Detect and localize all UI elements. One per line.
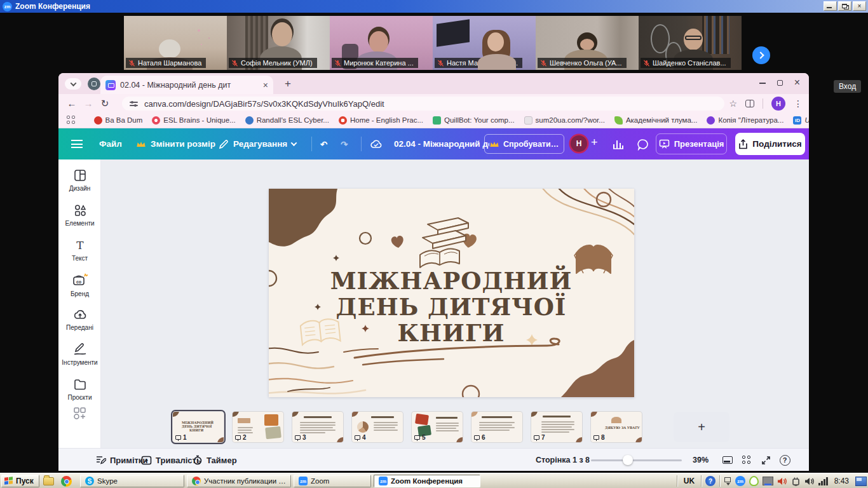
notes-button[interactable]: Примітки (95, 449, 147, 471)
try-pro-button[interactable]: Спробувати Pro п... (484, 134, 564, 154)
browser-menu-icon[interactable]: ⋮ (794, 98, 803, 109)
browser-close-button[interactable]: × (794, 77, 800, 88)
sidebar-item-projects[interactable]: Проєкти (58, 377, 101, 409)
video-tile[interactable]: Шевченко Ольга (УА... (536, 16, 639, 70)
reload-button[interactable]: ↻ (97, 98, 113, 109)
browser-minimize-button[interactable] (759, 78, 766, 88)
slide-title-line1[interactable]: МІЖНАРОДНИЙ (330, 265, 573, 295)
editing-mode-button[interactable]: Редагування (219, 128, 296, 159)
tab-search-button[interactable] (65, 78, 81, 90)
apps-grid-icon[interactable] (67, 116, 75, 125)
tray-help-icon[interactable]: ? (705, 476, 715, 486)
tray-green-app-icon[interactable] (749, 476, 759, 486)
next-participants-button[interactable] (752, 46, 770, 64)
insights-chart-button[interactable] (609, 135, 628, 154)
slide-thumbnail-8[interactable]: ДЯКУЮ ЗА УВАГУ 8 (591, 412, 642, 442)
sidebar-item-uploads[interactable]: Передані (58, 308, 101, 339)
video-tile-active-speaker[interactable]: Настя Мариненко (У... (433, 16, 536, 70)
bookmark-item[interactable]: ESL Brains - Unique... (152, 116, 235, 125)
sidebar-item-text[interactable]: T Текст (58, 238, 101, 270)
tray-power-plug-icon[interactable] (791, 477, 801, 486)
zoom-login-label[interactable]: Вход (834, 80, 861, 93)
file-menu-button[interactable]: Файл (99, 128, 122, 159)
restore-button[interactable] (838, 1, 851, 11)
side-panel-icon[interactable] (745, 100, 754, 107)
tray-expander-icon[interactable] (724, 477, 731, 485)
address-bar[interactable]: canva.com/design/DAGjaBir57s/Sv0x3KQKdSd… (122, 97, 724, 111)
timer-button[interactable]: Таймер (193, 449, 237, 471)
fullscreen-button[interactable] (759, 454, 773, 466)
quick-launch-folder[interactable] (43, 475, 55, 487)
video-tile[interactable]: Миронюк Катерина ... (330, 16, 433, 70)
slide-thumbnail-7[interactable]: 7 (531, 412, 582, 442)
share-button[interactable]: Поділитися (735, 133, 805, 155)
tab-group-icon[interactable] (88, 78, 100, 90)
canva-account-avatar[interactable]: Н (571, 135, 587, 152)
quick-launch-chrome[interactable] (61, 475, 72, 487)
resize-button[interactable]: Змінити розмір (136, 128, 215, 159)
browser-profile-avatar[interactable]: H (771, 97, 785, 111)
tray-network-signal-icon[interactable] (818, 477, 828, 485)
sidebar-apps-button[interactable] (72, 406, 86, 423)
slide-title-line3[interactable]: КНИГИ (397, 319, 505, 347)
video-tile[interactable]: Шайденко Станіслав... (639, 16, 742, 70)
slide-thumbnail-4[interactable]: 4 (352, 412, 403, 442)
zoom-level[interactable]: 39% (693, 449, 709, 471)
new-tab-button[interactable]: + (281, 77, 295, 91)
document-title[interactable]: 02.04 - Міжнародний де... (394, 128, 489, 159)
slide-thumbnail-3[interactable]: 3 (292, 412, 343, 442)
comments-button[interactable] (634, 135, 653, 154)
bookmark-item[interactable]: Академічний тлума... (614, 116, 698, 125)
hamburger-menu-button[interactable] (71, 128, 83, 159)
add-page-button[interactable]: + (674, 412, 729, 442)
bookmark-item[interactable]: Home - English Prac... (339, 116, 423, 125)
slide-thumbnail-2[interactable]: 2 (233, 412, 283, 442)
canvas-slide[interactable]: МІЖНАРОДНИЙ ДЕНЬ ДИТЯЧОЇ КНИГИ (269, 189, 634, 397)
help-button[interactable]: ? (778, 454, 792, 466)
grid-view-button[interactable] (740, 454, 754, 466)
slide-title-line2[interactable]: ДЕНЬ ДИТЯЧОЇ (336, 292, 567, 321)
presenter-view-button[interactable] (721, 454, 735, 466)
slide-thumbnail-1[interactable]: МІЖНАРОДНИЙ ДЕНЬ ДИТЯЧОЇ КНИГИ 1 (173, 412, 224, 442)
zoom-slider-thumb[interactable] (623, 455, 633, 465)
sidebar-item-elements[interactable]: Елементи (58, 203, 101, 235)
bookmark-item[interactable]: Ba Ba Dum (94, 116, 143, 125)
language-indicator[interactable]: UK (681, 477, 697, 485)
tray-display-icon[interactable] (763, 477, 773, 485)
sidebar-item-brand[interactable]: co Бренд (58, 273, 101, 304)
bookmark-item-idroo[interactable]: iDUntitled- iDroo (793, 116, 809, 125)
forward-button[interactable]: → (80, 98, 97, 109)
bookmark-item[interactable]: Копія "Література... (707, 116, 783, 125)
bookmark-item[interactable]: QuillBot: Your comp... (433, 116, 515, 125)
bookmark-item[interactable]: sum20ua.com/?wor... (524, 116, 605, 125)
present-button[interactable]: Презентація (656, 133, 727, 154)
bookmark-star-icon[interactable]: ☆ (729, 98, 737, 109)
tray-clock[interactable]: 8:43 (832, 477, 851, 485)
site-settings-icon[interactable] (130, 100, 138, 107)
taskbar-button-skype[interactable]: S Skype (80, 475, 184, 487)
tab-close-button[interactable]: × (263, 80, 268, 90)
back-button[interactable]: ← (64, 98, 80, 109)
video-tile[interactable]: Софія Мельник (УМЛ) (227, 16, 330, 70)
sidebar-item-design[interactable]: Дизайн (58, 168, 101, 200)
minimize-button[interactable] (824, 1, 837, 11)
bookmark-item[interactable]: Randall's ESL Cyber... (245, 116, 329, 125)
close-button[interactable]: × (853, 1, 866, 11)
undo-button[interactable]: ↶ (320, 128, 327, 159)
taskbar-button-chrome-publisher[interactable]: Участник публикации -... (187, 475, 291, 487)
browser-tab[interactable]: 02.04 - Міжнародний день дит × (100, 76, 273, 94)
zoom-slider[interactable] (591, 459, 682, 461)
tray-muted-speaker-icon[interactable] (777, 477, 787, 486)
taskbar-button-zoom-conference[interactable]: zm Zoom Конференция (374, 475, 480, 487)
tray-speaker-icon[interactable] (804, 477, 815, 486)
show-desktop-button[interactable] (855, 477, 867, 486)
taskbar-button-zoom[interactable]: zm Zoom (294, 475, 371, 487)
browser-maximize-button[interactable] (777, 78, 783, 88)
sidebar-item-tools[interactable]: Інструменти (58, 342, 101, 374)
start-button[interactable]: Пуск (1, 475, 39, 487)
slide-thumbnail-6[interactable]: 6 (471, 412, 522, 442)
add-member-button[interactable]: + (591, 136, 598, 149)
slide-thumbnail-5[interactable]: 5 (412, 412, 463, 442)
tray-zoom-icon[interactable]: zm (735, 476, 745, 486)
video-tile[interactable]: Наталя Шарманова (124, 16, 227, 70)
